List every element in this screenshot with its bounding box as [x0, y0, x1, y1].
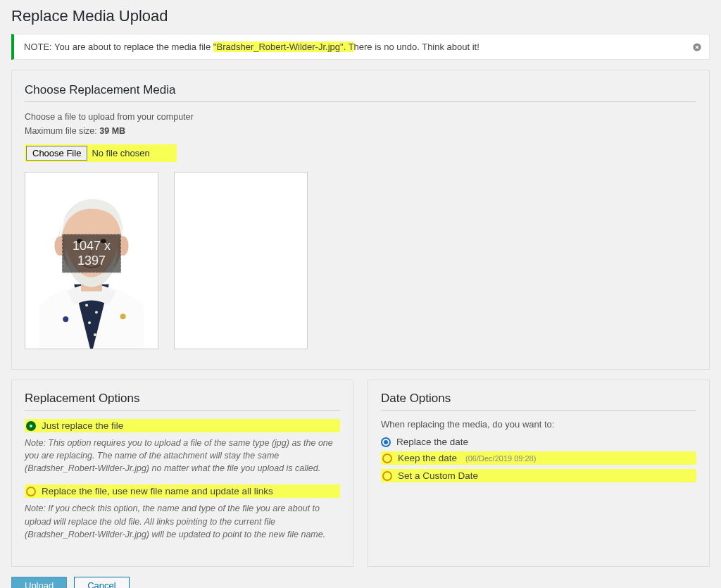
replace-option-new-name-label: Replace the file, use new file name and … [42, 486, 273, 496]
replace-option-just-replace-label: Just replace the file [42, 420, 123, 431]
dimensions-badge: 1047 x 1397 [62, 234, 121, 273]
replace-option-just-replace[interactable]: Just replace the file [25, 419, 340, 432]
date-option-keep-hint: (06/Dec/2019 09:28) [465, 454, 536, 463]
replacement-options-panel: Replacement Options Just replace the fil… [11, 380, 353, 567]
max-filesize-value: 39 MB [99, 126, 125, 136]
svg-point-4 [88, 321, 91, 324]
notice-bar: NOTE: You are about to replace the media… [11, 34, 710, 60]
upload-button[interactable]: Upload [11, 577, 67, 588]
date-option-custom[interactable]: Set a Custom Date [381, 469, 696, 482]
replace-option-new-name-note: Note: If you check this option, the name… [25, 502, 340, 540]
notice-suffix: here is no undo. Think about it! [354, 42, 479, 52]
svg-point-12 [63, 316, 68, 322]
replacement-options-heading: Replacement Options [25, 392, 340, 411]
file-chooser-row: Choose File No file chosen [25, 144, 177, 162]
date-option-keep-label: Keep the date [398, 453, 457, 463]
svg-point-3 [95, 311, 98, 313]
date-option-replace[interactable]: Replace the date [381, 437, 696, 447]
svg-point-5 [94, 333, 96, 336]
page-title: Replace Media Upload [11, 7, 710, 25]
action-row: Upload Cancel [11, 577, 710, 588]
new-media-placeholder [174, 172, 308, 349]
choose-instruction: Choose a file to upload from your comput… [25, 112, 696, 122]
notice-prefix: NOTE: You are about to replace the media… [24, 42, 213, 52]
date-option-keep[interactable]: Keep the date (06/Dec/2019 09:28) [381, 451, 696, 465]
preview-row: 1047 x 1397 [25, 172, 696, 349]
radio-selected-icon [381, 437, 391, 447]
max-filesize-label: Maximum file size: [25, 126, 99, 136]
file-chosen-status: No file chosen [92, 148, 149, 158]
date-option-replace-label: Replace the date [396, 437, 468, 447]
choose-file-button[interactable]: Choose File [26, 146, 87, 161]
cancel-button[interactable]: Cancel [74, 577, 129, 588]
radio-unselected-icon [382, 471, 392, 481]
radio-unselected-icon [26, 487, 36, 496]
date-options-panel: Date Options When replacing the media, d… [368, 380, 710, 567]
replace-option-new-name[interactable]: Replace the file, use new file name and … [25, 484, 340, 498]
notice-filename-highlight: "Bradsher_Robert-Wilder-Jr.jpg". T [213, 42, 354, 52]
date-options-heading: Date Options [381, 392, 696, 411]
close-icon[interactable] [691, 41, 703, 54]
max-filesize-row: Maximum file size: 39 MB [25, 126, 696, 136]
current-media-preview: 1047 x 1397 [25, 172, 158, 349]
choose-replacement-heading: Choose Replacement Media [25, 83, 696, 102]
date-options-prompt: When replacing the media, do you want to… [381, 419, 696, 430]
date-option-custom-label: Set a Custom Date [398, 470, 478, 481]
replace-option-just-replace-note: Note: This option requires you to upload… [25, 437, 340, 475]
radio-unselected-icon [382, 453, 392, 463]
svg-point-2 [85, 304, 88, 307]
radio-selected-icon [26, 421, 36, 431]
svg-point-13 [120, 313, 126, 319]
choose-replacement-panel: Choose Replacement Media Choose a file t… [11, 70, 710, 370]
